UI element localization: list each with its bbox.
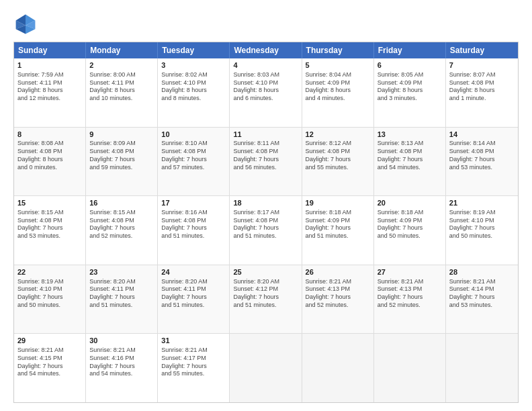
day-number: 8 xyxy=(17,130,82,140)
calendar-cell xyxy=(302,334,374,402)
calendar-cell: 22Sunrise: 8:19 AMSunset: 4:10 PMDayligh… xyxy=(14,265,86,334)
calendar-cell: 10Sunrise: 8:10 AMSunset: 4:08 PMDayligh… xyxy=(158,128,230,196)
cell-text: Sunrise: 8:18 AMSunset: 4:09 PMDaylight:… xyxy=(378,209,442,240)
calendar-cell: 4Sunrise: 8:03 AMSunset: 4:10 PMDaylight… xyxy=(230,58,302,127)
calendar-header-cell: Thursday xyxy=(302,42,374,58)
calendar-cell: 26Sunrise: 8:21 AMSunset: 4:13 PMDayligh… xyxy=(302,265,374,334)
calendar-cell: 5Sunrise: 8:04 AMSunset: 4:09 PMDaylight… xyxy=(302,58,374,127)
calendar-header-cell: Friday xyxy=(374,42,446,58)
day-number: 31 xyxy=(161,336,226,346)
calendar-cell xyxy=(374,334,446,402)
cell-text: Sunrise: 8:19 AMSunset: 4:10 PMDaylight:… xyxy=(17,278,82,310)
logo-icon xyxy=(13,12,38,36)
calendar-week-row: 29Sunrise: 8:21 AMSunset: 4:15 PMDayligh… xyxy=(14,334,518,402)
cell-text: Sunrise: 8:18 AMSunset: 4:09 PMDaylight:… xyxy=(306,209,370,240)
calendar-week-row: 22Sunrise: 8:19 AMSunset: 4:10 PMDayligh… xyxy=(14,265,518,334)
calendar-cell: 14Sunrise: 8:14 AMSunset: 4:08 PMDayligh… xyxy=(446,128,518,196)
calendar-cell xyxy=(446,334,518,402)
calendar-cell: 9Sunrise: 8:09 AMSunset: 4:08 PMDaylight… xyxy=(86,128,158,196)
calendar-cell: 11Sunrise: 8:11 AMSunset: 4:08 PMDayligh… xyxy=(230,128,302,196)
day-number: 24 xyxy=(161,267,226,277)
day-number: 10 xyxy=(161,130,226,140)
day-number: 15 xyxy=(17,198,82,208)
day-number: 3 xyxy=(161,60,226,71)
page: SundayMondayTuesdayWednesdayThursdayFrid… xyxy=(0,0,532,411)
day-number: 19 xyxy=(306,198,370,208)
day-number: 13 xyxy=(378,130,442,140)
calendar-cell: 17Sunrise: 8:16 AMSunset: 4:08 PMDayligh… xyxy=(158,196,230,265)
calendar-header-row: SundayMondayTuesdayWednesdayThursdayFrid… xyxy=(14,42,518,58)
cell-text: Sunrise: 8:19 AMSunset: 4:10 PMDaylight:… xyxy=(449,209,515,240)
day-number: 28 xyxy=(449,267,515,277)
calendar-cell: 28Sunrise: 8:21 AMSunset: 4:14 PMDayligh… xyxy=(446,265,518,334)
calendar-cell: 30Sunrise: 8:21 AMSunset: 4:16 PMDayligh… xyxy=(86,334,158,402)
day-number: 27 xyxy=(378,267,442,277)
cell-text: Sunrise: 8:12 AMSunset: 4:08 PMDaylight:… xyxy=(306,140,370,171)
calendar-cell: 2Sunrise: 8:00 AMSunset: 4:11 PMDaylight… xyxy=(86,58,158,127)
calendar-header-cell: Wednesday xyxy=(230,42,302,58)
day-number: 18 xyxy=(233,198,298,208)
day-number: 20 xyxy=(378,198,442,208)
calendar-cell: 15Sunrise: 8:15 AMSunset: 4:08 PMDayligh… xyxy=(14,196,86,265)
day-number: 5 xyxy=(306,60,370,71)
calendar-cell: 16Sunrise: 8:15 AMSunset: 4:08 PMDayligh… xyxy=(86,196,158,265)
calendar-cell: 27Sunrise: 8:21 AMSunset: 4:13 PMDayligh… xyxy=(374,265,446,334)
calendar-cell: 12Sunrise: 8:12 AMSunset: 4:08 PMDayligh… xyxy=(302,128,374,196)
cell-text: Sunrise: 8:08 AMSunset: 4:08 PMDaylight:… xyxy=(17,140,82,171)
calendar-week-row: 1Sunrise: 7:59 AMSunset: 4:11 PMDaylight… xyxy=(14,58,518,128)
day-number: 22 xyxy=(17,267,82,277)
cell-text: Sunrise: 7:59 AMSunset: 4:11 PMDaylight:… xyxy=(17,71,82,103)
day-number: 23 xyxy=(89,267,154,277)
cell-text: Sunrise: 8:17 AMSunset: 4:08 PMDaylight:… xyxy=(233,209,298,240)
calendar: SundayMondayTuesdayWednesdayThursdayFrid… xyxy=(13,42,519,403)
calendar-cell: 18Sunrise: 8:17 AMSunset: 4:08 PMDayligh… xyxy=(230,196,302,265)
calendar-week-row: 15Sunrise: 8:15 AMSunset: 4:08 PMDayligh… xyxy=(14,196,518,265)
day-number: 26 xyxy=(306,267,370,277)
cell-text: Sunrise: 8:21 AMSunset: 4:15 PMDaylight:… xyxy=(17,347,82,378)
calendar-header-cell: Saturday xyxy=(446,42,518,58)
cell-text: Sunrise: 8:21 AMSunset: 4:16 PMDaylight:… xyxy=(89,347,154,378)
cell-text: Sunrise: 8:20 AMSunset: 4:11 PMDaylight:… xyxy=(89,278,154,310)
cell-text: Sunrise: 8:20 AMSunset: 4:11 PMDaylight:… xyxy=(161,278,226,310)
day-number: 6 xyxy=(378,60,442,71)
cell-text: Sunrise: 8:21 AMSunset: 4:13 PMDaylight:… xyxy=(378,278,442,310)
day-number: 29 xyxy=(17,336,82,346)
calendar-week-row: 8Sunrise: 8:08 AMSunset: 4:08 PMDaylight… xyxy=(14,128,518,197)
calendar-cell: 6Sunrise: 8:05 AMSunset: 4:09 PMDaylight… xyxy=(374,58,446,127)
cell-text: Sunrise: 8:15 AMSunset: 4:08 PMDaylight:… xyxy=(17,209,82,240)
cell-text: Sunrise: 8:11 AMSunset: 4:08 PMDaylight:… xyxy=(233,140,298,171)
cell-text: Sunrise: 8:05 AMSunset: 4:09 PMDaylight:… xyxy=(378,71,442,103)
cell-text: Sunrise: 8:21 AMSunset: 4:17 PMDaylight:… xyxy=(161,347,226,378)
cell-text: Sunrise: 8:15 AMSunset: 4:08 PMDaylight:… xyxy=(89,209,154,240)
day-number: 30 xyxy=(89,336,154,346)
cell-text: Sunrise: 8:21 AMSunset: 4:13 PMDaylight:… xyxy=(306,278,370,310)
calendar-cell: 3Sunrise: 8:02 AMSunset: 4:10 PMDaylight… xyxy=(158,58,230,127)
calendar-body: 1Sunrise: 7:59 AMSunset: 4:11 PMDaylight… xyxy=(14,58,518,402)
calendar-header-cell: Monday xyxy=(86,42,158,58)
day-number: 7 xyxy=(449,60,515,71)
day-number: 14 xyxy=(449,130,515,140)
calendar-cell: 13Sunrise: 8:13 AMSunset: 4:08 PMDayligh… xyxy=(374,128,446,196)
calendar-cell: 29Sunrise: 8:21 AMSunset: 4:15 PMDayligh… xyxy=(14,334,86,402)
day-number: 11 xyxy=(233,130,298,140)
day-number: 25 xyxy=(233,267,298,277)
day-number: 2 xyxy=(89,60,154,71)
calendar-cell: 23Sunrise: 8:20 AMSunset: 4:11 PMDayligh… xyxy=(86,265,158,334)
cell-text: Sunrise: 8:16 AMSunset: 4:08 PMDaylight:… xyxy=(161,209,226,240)
day-number: 21 xyxy=(449,198,515,208)
calendar-cell: 19Sunrise: 8:18 AMSunset: 4:09 PMDayligh… xyxy=(302,196,374,265)
cell-text: Sunrise: 8:07 AMSunset: 4:08 PMDaylight:… xyxy=(449,71,515,103)
header xyxy=(13,12,519,36)
calendar-cell: 24Sunrise: 8:20 AMSunset: 4:11 PMDayligh… xyxy=(158,265,230,334)
cell-text: Sunrise: 8:04 AMSunset: 4:09 PMDaylight:… xyxy=(306,71,370,103)
cell-text: Sunrise: 8:13 AMSunset: 4:08 PMDaylight:… xyxy=(378,140,442,171)
day-number: 16 xyxy=(89,198,154,208)
calendar-cell xyxy=(230,334,302,402)
logo xyxy=(13,12,42,36)
calendar-cell: 31Sunrise: 8:21 AMSunset: 4:17 PMDayligh… xyxy=(158,334,230,402)
cell-text: Sunrise: 8:09 AMSunset: 4:08 PMDaylight:… xyxy=(89,140,154,171)
calendar-cell: 8Sunrise: 8:08 AMSunset: 4:08 PMDaylight… xyxy=(14,128,86,196)
cell-text: Sunrise: 8:03 AMSunset: 4:10 PMDaylight:… xyxy=(233,71,298,103)
calendar-header-cell: Sunday xyxy=(14,42,86,58)
day-number: 9 xyxy=(89,130,154,140)
